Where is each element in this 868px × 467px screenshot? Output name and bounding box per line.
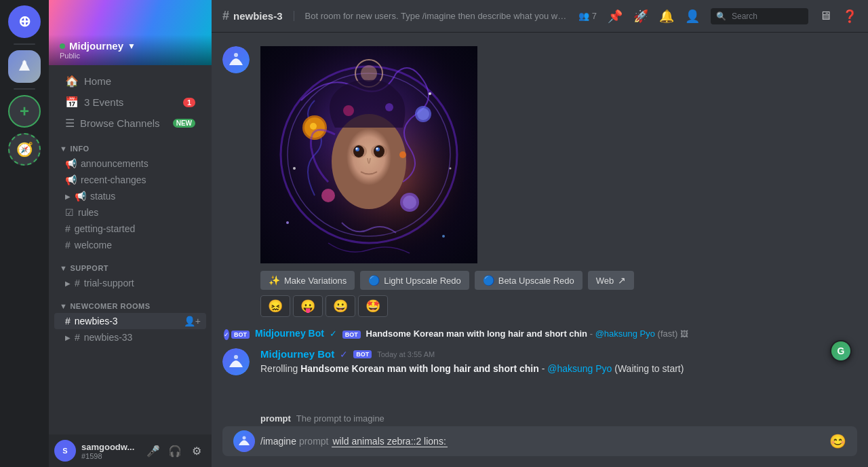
main-content: # newbies-3 Bot room for new users. Type… bbox=[212, 0, 868, 467]
inline-bot-indicators: ✓ BOT bbox=[222, 328, 250, 340]
light-upscale-icon: 🔵 bbox=[368, 275, 380, 286]
ai-generated-image bbox=[260, 46, 477, 263]
members-icon: 👥 bbox=[578, 11, 589, 21]
inline-message-content: Midjourney Bot ✓ BOT Handsome Korean man… bbox=[255, 328, 857, 339]
collapse-icon-2: ▼ bbox=[60, 264, 67, 272]
channel-item-newbies-33[interactable]: ▶ # newbies-33 bbox=[54, 329, 206, 345]
emoji-picker-icon[interactable]: 😊 bbox=[829, 433, 846, 449]
footer-icons: 🎤 🎧 ⚙ bbox=[144, 441, 206, 460]
explore-icon: 🧭 bbox=[16, 141, 33, 157]
sidebar-item-home[interactable]: 🏠 Home bbox=[54, 71, 206, 92]
message-timestamp-2: Today at 3:55 AM bbox=[377, 350, 435, 358]
search-box[interactable]: 🔍 Search bbox=[711, 8, 808, 24]
new-badge: NEW bbox=[173, 119, 195, 128]
reaction-grin[interactable]: 😀 bbox=[326, 295, 355, 317]
inline-author: Midjourney Bot bbox=[255, 328, 324, 339]
svg-point-34 bbox=[442, 235, 445, 238]
server-icon-add[interactable]: + bbox=[8, 95, 41, 128]
scroll-to-bottom-button[interactable]: G bbox=[830, 340, 852, 362]
username: samgoodw... bbox=[81, 442, 138, 452]
channel-item-trial-support[interactable]: ▶ # trial-support bbox=[54, 275, 206, 291]
input-value[interactable]: wild animals zebra::2 lions: bbox=[332, 436, 448, 447]
action-buttons: ✨ Make Variations 🔵 Light Upscale Redo 🔵… bbox=[260, 271, 857, 290]
bot-avatar-2 bbox=[222, 348, 250, 375]
messages-wrapper: ✨ Make Variations 🔵 Light Upscale Redo 🔵… bbox=[212, 33, 868, 411]
input-field-content: /imagine prompt wild animals zebra::2 li… bbox=[260, 436, 824, 447]
channel-item-getting-started[interactable]: # getting-started bbox=[54, 221, 206, 237]
microphone-icon[interactable]: 🎤 bbox=[144, 441, 163, 460]
pin-icon[interactable]: 📌 bbox=[608, 9, 623, 24]
headphone-icon[interactable]: 🎧 bbox=[165, 441, 184, 460]
settings-icon[interactable]: ⚙ bbox=[187, 441, 206, 460]
server-icon-home[interactable]: ⊕ bbox=[8, 5, 41, 38]
light-upscale-redo-button[interactable]: 🔵 Light Upscale Redo bbox=[360, 271, 469, 290]
svg-point-26 bbox=[376, 148, 378, 150]
section-header-info[interactable]: ▼ INFO bbox=[49, 134, 212, 155]
variations-icon: ✨ bbox=[269, 275, 280, 286]
prompt-suggestion: prompt The prompt to imagine bbox=[212, 411, 868, 426]
inbox-icon[interactable]: 🖥 bbox=[819, 9, 831, 23]
members-list-icon[interactable]: 👤 bbox=[685, 9, 700, 24]
web-button[interactable]: Web ↗ bbox=[588, 271, 635, 290]
make-variations-button[interactable]: ✨ Make Variations bbox=[260, 271, 355, 290]
server-icon-explore[interactable]: 🧭 bbox=[8, 133, 41, 166]
avatar: S bbox=[54, 440, 76, 462]
server-icon-midjourney[interactable] bbox=[8, 50, 41, 83]
browse-icon: ☰ bbox=[65, 117, 75, 130]
home-icon: 🏠 bbox=[65, 75, 79, 88]
input-avatar-icon bbox=[233, 430, 255, 452]
server-name: Midjourney ▼ bbox=[60, 40, 136, 52]
hash-icon-4: # bbox=[65, 316, 71, 326]
message-body-2: Rerolling Handsome Korean man with long … bbox=[260, 362, 857, 376]
hash-icon-2: # bbox=[65, 240, 71, 250]
channel-item-announcements[interactable]: 📢 announcements bbox=[54, 155, 206, 172]
section-header-newcomer[interactable]: ▼ NEWCOMER ROOMS bbox=[49, 291, 212, 313]
reaction-tongue[interactable]: 😛 bbox=[293, 295, 323, 317]
bot-badge-inline: BOT bbox=[231, 331, 250, 339]
channel-item-newbies-3[interactable]: # newbies-3 👤+ bbox=[54, 313, 206, 329]
sidebar-footer: S samgoodw... #1598 🎤 🎧 ⚙ bbox=[49, 434, 212, 467]
channel-description: Bot room for new users. Type /imagine th… bbox=[294, 11, 568, 21]
message-content-1: ✨ Make Variations 🔵 Light Upscale Redo 🔵… bbox=[260, 46, 857, 317]
reaction-angry[interactable]: 😖 bbox=[260, 295, 290, 317]
channel-item-rules[interactable]: ☑ rules bbox=[54, 204, 206, 221]
channel-item-welcome[interactable]: # welcome bbox=[54, 237, 206, 253]
svg-point-17 bbox=[361, 65, 377, 81]
beta-upscale-icon: 🔵 bbox=[483, 275, 494, 286]
help-icon[interactable]: ❓ bbox=[842, 9, 857, 24]
sidebar-item-browse-channels[interactable]: ☰ Browse Channels NEW bbox=[54, 113, 206, 134]
boost-icon[interactable]: 🚀 bbox=[633, 9, 648, 24]
message-image-container bbox=[260, 46, 857, 265]
svg-point-21 bbox=[353, 145, 364, 157]
inline-message-text: Handsome Korean man with long hair and s… bbox=[366, 329, 688, 339]
member-count-icon[interactable]: 👥 7 bbox=[578, 11, 597, 21]
sidebar: Midjourney ▼ Public 🏠 Home 📅 3 Events 1 … bbox=[49, 0, 212, 467]
user-tag: #1598 bbox=[81, 452, 138, 460]
bot-badge-2: BOT bbox=[342, 331, 361, 339]
megaphone-icon-2: 📢 bbox=[65, 174, 77, 185]
section-header-support[interactable]: ▼ SUPPORT bbox=[49, 253, 212, 275]
slash-command: /imagine bbox=[260, 436, 296, 447]
bot-verify-row: ✓ BOT bbox=[222, 329, 250, 340]
svg-point-33 bbox=[286, 221, 289, 224]
channel-item-recent-changes[interactable]: 📢 recent-changes bbox=[54, 172, 206, 188]
beta-upscale-redo-button[interactable]: 🔵 Beta Upscale Redo bbox=[475, 271, 583, 290]
svg-point-10 bbox=[310, 123, 317, 130]
input-label: prompt bbox=[296, 436, 332, 447]
reaction-heart-eyes[interactable]: 🤩 bbox=[358, 295, 388, 317]
collapse-arrow-icon-3: ▶ bbox=[65, 334, 71, 341]
input-container[interactable]: /imagine prompt wild animals zebra::2 li… bbox=[222, 426, 857, 456]
svg-point-12 bbox=[417, 108, 429, 120]
user-info: samgoodw... #1598 bbox=[81, 442, 138, 460]
server-header-content: Midjourney ▼ Public bbox=[49, 35, 212, 65]
notification-icon[interactable]: 🔔 bbox=[659, 9, 674, 24]
svg-point-22 bbox=[374, 145, 384, 157]
hash-icon-5: # bbox=[75, 332, 80, 343]
server-header[interactable]: Midjourney ▼ Public bbox=[49, 0, 212, 65]
scroll-btn-icon: G bbox=[831, 341, 850, 360]
status-dot bbox=[60, 43, 65, 49]
channel-item-status[interactable]: ▶ 📢 status bbox=[54, 188, 206, 204]
svg-point-35 bbox=[234, 355, 238, 359]
topbar: # newbies-3 Bot room for new users. Type… bbox=[212, 0, 868, 33]
sidebar-item-events[interactable]: 📅 3 Events 1 bbox=[54, 92, 206, 113]
